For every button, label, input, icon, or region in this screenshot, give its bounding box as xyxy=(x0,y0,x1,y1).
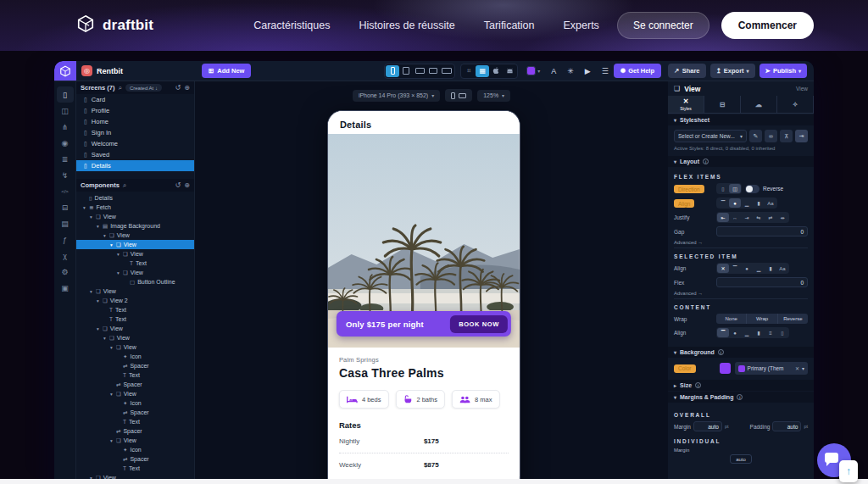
grid-icon[interactable]: ⌗ xyxy=(462,65,476,77)
history-icon[interactable]: ↺ xyxy=(175,84,181,92)
item-align-end-icon[interactable]: ▁ xyxy=(753,264,765,273)
align-end-icon[interactable]: ▁ xyxy=(741,198,753,208)
feature-chip[interactable]: 4 beds xyxy=(339,390,389,409)
screen-item[interactable]: ▯Home xyxy=(76,116,194,127)
sort-chip[interactable]: Created At ↓ xyxy=(125,84,162,92)
justify-center-icon[interactable]: ↔ xyxy=(729,213,741,222)
add-screen-icon[interactable]: ⊕ xyxy=(184,84,190,92)
individual-margin-top-input[interactable]: auto xyxy=(730,454,752,464)
pages-icon[interactable]: ▯ xyxy=(57,86,74,103)
tree-item[interactable]: ▾❏View xyxy=(76,324,194,333)
wrap-option-none[interactable]: None xyxy=(716,314,747,324)
tab-styles[interactable]: ✕ Styles xyxy=(668,96,704,113)
zoom-selector[interactable]: 125% ▾ xyxy=(477,90,510,102)
tree-item[interactable]: ▢Button Outline xyxy=(76,277,194,287)
overall-margin-input[interactable]: auto xyxy=(693,421,722,431)
feature-chip[interactable]: 8 max xyxy=(452,390,499,409)
nav-link[interactable]: Histoires de réussite xyxy=(359,19,454,31)
add-new-button[interactable]: ⊞ Add New xyxy=(202,64,251,78)
content-align-around-icon[interactable]: ▯ xyxy=(776,328,788,337)
edit-style-icon[interactable]: ✎ xyxy=(749,130,762,142)
justify-start-icon[interactable]: ⇤ xyxy=(717,213,729,222)
search-icon[interactable]: ⌕ xyxy=(118,84,121,92)
chat-widget-button[interactable]: ↑ xyxy=(817,443,851,477)
tree-item[interactable]: TText xyxy=(76,370,194,380)
align-start-icon[interactable]: ▔ xyxy=(717,198,729,208)
tree-item[interactable]: ▾❏View xyxy=(76,389,194,398)
item-align-start-icon[interactable]: ▔ xyxy=(729,264,741,273)
canvas-color-picker[interactable]: ▾ xyxy=(526,66,540,75)
typography-icon[interactable]: A xyxy=(551,67,556,75)
direction-row-icon[interactable]: ◫ xyxy=(729,184,741,193)
variables-icon[interactable]: χ xyxy=(57,248,74,264)
publish-button[interactable]: ➤ Publish ▾ xyxy=(760,64,807,78)
project-header[interactable]: ◎ Rentbit xyxy=(76,61,195,81)
screen-item[interactable]: ▯Card xyxy=(76,94,194,105)
tree-item[interactable]: ⇄Spacer xyxy=(76,454,194,464)
size-section-header[interactable]: ▸ Size i xyxy=(668,380,814,391)
blocks-icon[interactable]: ◫ xyxy=(57,103,74,119)
tree-item[interactable]: ▾▤Image Background xyxy=(76,221,194,231)
tree-item[interactable]: ▾≣Fetch xyxy=(76,203,194,212)
screen-item[interactable]: ▯Sign In xyxy=(76,127,194,138)
tree-item[interactable]: ▾❏View xyxy=(76,231,194,240)
tree-caret-icon[interactable]: ▾ xyxy=(109,345,114,350)
stylesheet-select[interactable]: Select or Create New... ▾ xyxy=(674,130,747,142)
tree-caret-icon[interactable]: ▾ xyxy=(116,270,120,275)
clear-icon[interactable]: ✕ xyxy=(795,365,799,371)
overall-padding-input[interactable]: auto xyxy=(772,421,801,431)
export-button[interactable]: ↥ Export ▾ xyxy=(710,64,755,78)
get-help-button[interactable]: ✺ Get Help xyxy=(614,64,661,78)
tree-item[interactable]: TText xyxy=(76,314,194,324)
tree-caret-icon[interactable]: ▾ xyxy=(96,298,100,303)
brand[interactable]: draftbit xyxy=(76,14,153,36)
justify-end-icon[interactable]: ⇥ xyxy=(741,213,753,222)
tree-caret-icon[interactable]: ▾ xyxy=(103,233,107,238)
tree-item[interactable]: TText xyxy=(76,305,194,314)
search-icon[interactable]: ⌕ xyxy=(123,181,126,190)
device-tv-icon[interactable] xyxy=(440,65,453,77)
data-icon[interactable]: ⊟ xyxy=(57,199,74,215)
tab-configs[interactable]: ⊟ xyxy=(704,96,741,113)
screen-item[interactable]: ▯Saved xyxy=(76,149,194,160)
nav-link[interactable]: Experts xyxy=(563,19,598,31)
device-laptop-icon[interactable] xyxy=(413,65,426,77)
assets-icon[interactable]: ▤ xyxy=(57,215,74,231)
preview-icon[interactable]: ◉ xyxy=(57,135,74,151)
tree-item[interactable]: ✦Icon xyxy=(76,445,194,454)
apple-icon[interactable] xyxy=(489,65,503,77)
tree-item[interactable]: TText xyxy=(76,417,194,426)
align-stretch-icon[interactable]: ▮ xyxy=(753,198,765,208)
book-now-button[interactable]: BOOK NOW xyxy=(450,315,508,333)
tree-caret-icon[interactable]: ▾ xyxy=(103,336,107,341)
item-align-stretch-icon[interactable]: ▮ xyxy=(765,264,776,273)
tree-caret-icon[interactable]: ▾ xyxy=(96,326,100,331)
tree-caret-icon[interactable]: ▾ xyxy=(82,205,86,210)
align-baseline-icon[interactable]: Aa xyxy=(765,198,776,208)
reverse-toggle[interactable] xyxy=(745,185,760,193)
nav-link[interactable]: Caractéristiques xyxy=(253,19,330,31)
justify-around-icon[interactable]: ⇄ xyxy=(765,213,776,222)
tree-item[interactable]: ▾❏View xyxy=(76,240,194,249)
signup-button[interactable]: Commencer xyxy=(721,12,814,39)
screen-item[interactable]: ▯Details xyxy=(76,160,194,171)
menu-icon[interactable]: ☰ xyxy=(602,67,609,75)
tree-caret-icon[interactable]: ▾ xyxy=(109,242,114,248)
tab-interactions[interactable]: ✧ xyxy=(777,96,814,113)
tree-item[interactable]: ⇄Spacer xyxy=(76,361,194,370)
tree-item[interactable]: ⇄Spacer xyxy=(76,380,194,389)
actions-icon[interactable]: ↯ xyxy=(57,167,74,183)
content-align-end-icon[interactable]: ▁ xyxy=(741,328,753,337)
share-button[interactable]: ↗ Share xyxy=(668,64,705,78)
import-style-icon[interactable]: ⊼ xyxy=(780,130,793,142)
flex-advanced-link[interactable]: Advanced → xyxy=(674,240,808,245)
theme-icon[interactable]: ✳ xyxy=(567,67,574,75)
tree-caret-icon[interactable]: ▾ xyxy=(96,224,100,229)
tree-item[interactable]: ▾❏View 2 xyxy=(76,296,194,305)
theme-color-select[interactable]: Primary (Them ✕ ▾ xyxy=(735,362,808,375)
tree-caret-icon[interactable]: ▾ xyxy=(109,438,114,443)
stylesheet-section-header[interactable]: ▾ Stylesheet xyxy=(668,114,814,125)
tree-caret-icon[interactable]: ▾ xyxy=(109,392,114,397)
align-center-icon[interactable]: ● xyxy=(729,198,741,208)
nav-link[interactable]: Tarification xyxy=(484,19,535,31)
